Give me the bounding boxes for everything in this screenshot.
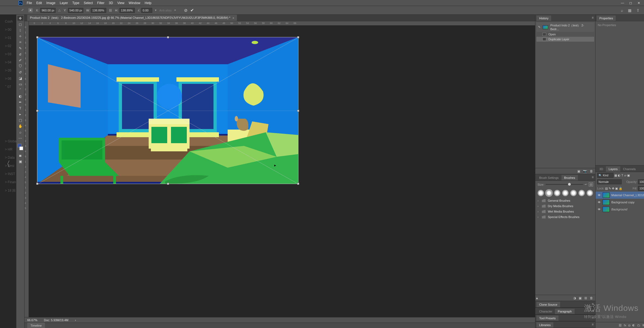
cancel-transform-icon[interactable]: ⊘ [184,8,188,13]
tab-brushes[interactable]: Brushes [561,175,578,180]
warp-icon[interactable]: ⌗ [174,8,176,12]
close-button[interactable]: ✕ [635,0,643,6]
layer-row[interactable]: 👁 Background copy [596,199,644,206]
more-tools-icon[interactable]: ⋯ [17,136,23,140]
lasso-tool-icon[interactable]: 𖡎 [17,28,23,33]
fx-icon[interactable]: fx [624,324,626,327]
tab-channels[interactable]: Channels [620,166,638,172]
panel-menu-icon[interactable]: ≡ [592,316,594,320]
angle-field[interactable] [141,8,152,13]
menu-view[interactable]: View [117,1,124,5]
live-tip-icon[interactable]: ◑ [573,296,576,300]
tab-libraries[interactable]: Libraries [536,322,553,328]
new-layer-icon[interactable]: ⊞ [642,323,644,327]
new-brush-icon[interactable]: ▧ [589,182,593,186]
workspace-icon[interactable]: ▦ [628,8,631,13]
lock-pos-icon[interactable]: ✥ [612,187,614,190]
eye-icon[interactable]: 👁 [597,194,601,197]
save-brush-icon[interactable]: ▣ [579,296,582,300]
pen-tool-icon[interactable]: ✒ [17,100,23,105]
brush-preset[interactable] [570,190,577,196]
opacity-field[interactable]: 100% [638,179,644,184]
link-icon[interactable]: ⛓ [109,9,112,12]
share-icon[interactable]: ⇪ [636,8,640,13]
expand-icon[interactable]: ▲ [535,296,539,300]
layer-name[interactable]: Material Channel_L3D186S... [611,194,644,197]
ruler-horizontal[interactable]: 0246810121416182022242628303234363840424… [29,21,535,26]
dodge-tool-icon[interactable]: ◐ [17,94,23,99]
eye-icon[interactable]: 👁 [597,208,601,211]
crop-tool-icon[interactable]: ⌗ [17,40,23,45]
brush-folder[interactable]: Dry Media Brushes [535,203,595,209]
filter-smart-icon[interactable]: ▣ [627,174,630,177]
eyedropper-tool-icon[interactable]: ✎ [17,46,23,51]
menu-file[interactable]: File [27,1,32,5]
transform-tool-icon[interactable]: ⤢ [21,8,26,13]
panel-menu-icon[interactable]: ≡ [592,175,594,179]
filter-pixel-icon[interactable]: ▦ [614,174,617,177]
y-field[interactable] [68,8,83,13]
snapshot-icon[interactable]: ▣ [577,169,580,173]
panel-menu-icon[interactable]: ≡ [592,323,594,326]
trash-icon[interactable]: 🗑 [590,296,593,300]
tab-history[interactable]: History [536,16,551,21]
menu-help[interactable]: Help [145,1,151,5]
menu-edit[interactable]: Edit [36,1,42,5]
panel-menu-icon[interactable]: ≡ [592,16,594,20]
screenmode-icon[interactable]: ▣ [17,159,23,164]
move-tool-icon[interactable]: ✥ [17,16,23,21]
menu-window[interactable]: Window [129,1,141,5]
group-icon[interactable]: 🗀 [637,324,640,327]
interpolation-icon[interactable]: ▾ [155,8,157,12]
filter-shape-icon[interactable]: ▱ [624,174,626,177]
history-item-duplicate-layer[interactable]: Duplicate Layer [536,37,594,42]
flip-icon[interactable]: ↩ [585,183,587,186]
eraser-tool-icon[interactable]: ◪ [17,76,23,81]
maximize-button[interactable]: ◻ [627,0,635,6]
mask-icon[interactable]: ◘ [628,324,630,327]
panel-menu-icon[interactable]: ≡ [592,302,594,306]
tab-layers[interactable]: Layers [606,166,620,172]
gradient-tool-icon[interactable]: ▭ [17,82,23,87]
tab-brush-settings[interactable]: Brush Settings [536,175,561,180]
menu-filter[interactable]: Filter [97,1,105,5]
zoom-tool-icon[interactable]: ⌕ [17,130,23,134]
healing-brush-tool-icon[interactable]: ☌ [17,52,23,57]
layer-row[interactable]: 👁 Background 🔒 [596,206,644,213]
blur-tool-icon[interactable]: ՜ [17,88,23,93]
history-item-open[interactable]: Open [536,32,594,37]
canvas-stage[interactable]: ▸ [37,37,529,311]
brush-folder[interactable]: Wet Media Brushes [535,209,595,214]
lock-trans-icon[interactable]: ▨ [605,187,608,190]
blend-mode-select[interactable]: Normal ▾ [597,179,622,184]
background-swatch[interactable] [19,146,23,150]
fill-field[interactable]: 100% [638,186,644,191]
tab-clone-source[interactable]: Clone Source [536,302,560,307]
anti-alias-label[interactable]: Anti-alias [159,9,172,12]
doc-size-readout[interactable]: Doc: 5.93M/19.4M [44,318,68,322]
history-brush-tool-icon[interactable]: ↺ [17,70,23,75]
new-brush-button-icon[interactable]: ⊞ [584,296,587,300]
quickmask-icon[interactable]: ◙ [17,153,23,158]
marquee-tool-icon[interactable]: ◻ [17,22,23,27]
brush-tool-icon[interactable]: ✐ [17,58,23,63]
brush-folder[interactable]: General Brushes [535,198,595,203]
filter-adjust-icon[interactable]: ◐ [618,174,621,177]
timeline-tab[interactable]: Timeline [27,323,45,328]
tab-character[interactable]: Character [536,309,555,314]
new-snapshot-icon[interactable]: 📷 [583,169,587,173]
menu-image[interactable]: Image [46,1,55,5]
layer-row[interactable]: 👁 Material Channel_L3D186S... [596,192,644,199]
shape-tool-icon[interactable]: ▢ [17,118,23,122]
menu-type[interactable]: Type [72,1,79,5]
doc-tab-close-icon[interactable]: × [233,16,234,20]
history-doc-row[interactable]: ✎ Product Indo 2（test） 2-Bedr... [536,22,594,32]
type-tool-icon[interactable]: T [17,106,23,111]
x-field[interactable] [40,8,56,13]
brush-preset[interactable] [562,190,569,196]
brush-preset[interactable] [587,190,593,196]
brush-preset[interactable] [546,190,552,196]
doc-tab[interactable]: Product Indo 2（test） 2-Bedroom-20230104-… [27,15,237,21]
tab-tool-presets[interactable]: Tool Presets [536,315,558,321]
layer-name[interactable]: Background [611,208,644,211]
